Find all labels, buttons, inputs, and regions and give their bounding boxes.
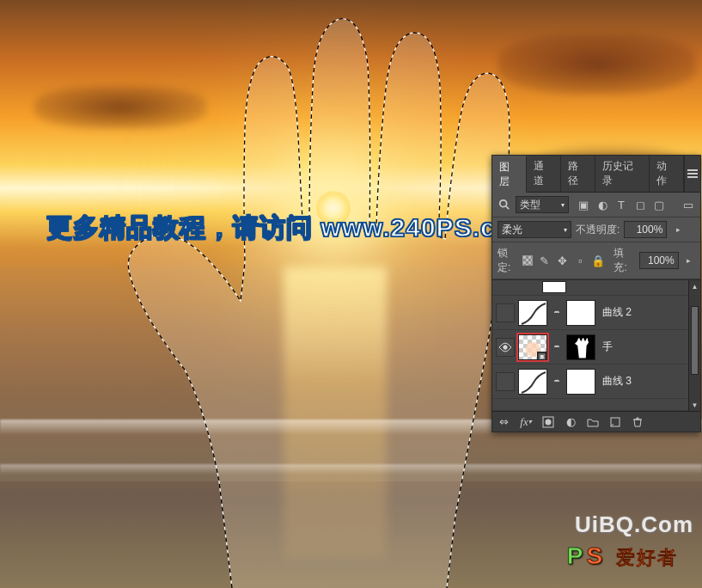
scrollbar[interactable]: ▲ ▼ xyxy=(688,280,700,411)
layer-name[interactable]: 手 xyxy=(602,340,697,354)
opacity-value: 100% xyxy=(637,224,663,236)
visibility-toggle[interactable] xyxy=(496,372,515,391)
fill-value: 100% xyxy=(648,254,675,266)
watermark-uibq: UiBQ.Com xyxy=(575,511,693,538)
chevron-down-icon: ▾ xyxy=(564,226,567,234)
sun xyxy=(316,191,351,225)
visibility-toggle[interactable] xyxy=(496,303,515,322)
fill-label: 填充: xyxy=(613,246,634,275)
filter-type-select[interactable]: 类型 ▾ xyxy=(516,196,569,213)
layer-name[interactable]: 曲线 3 xyxy=(602,374,697,389)
scroll-down-icon[interactable]: ▼ xyxy=(689,399,700,411)
new-adjustment-icon[interactable]: ◐ xyxy=(563,414,578,430)
link-icon xyxy=(551,341,563,353)
filter-type-label: 类型 xyxy=(520,198,540,212)
layer-row[interactable]: 曲线 3 xyxy=(492,364,700,399)
layer-row-partial[interactable] xyxy=(492,399,700,411)
fx-icon[interactable]: fx▾ xyxy=(518,414,534,430)
opacity-input[interactable]: 100% xyxy=(624,221,667,238)
layer-row[interactable]: 曲线 2 xyxy=(492,296,700,330)
filter-toggle-switch[interactable]: ▭ xyxy=(681,198,695,211)
scroll-thumb[interactable] xyxy=(691,306,699,375)
lock-all-icon[interactable]: 🔒 xyxy=(591,254,605,267)
tab-paths[interactable]: 路径 xyxy=(561,156,595,192)
adjustment-thumbnail[interactable] xyxy=(518,300,547,326)
new-layer-icon[interactable] xyxy=(607,414,623,430)
layer-row-partial[interactable] xyxy=(492,280,700,296)
panel-menu-button[interactable] xyxy=(684,156,700,192)
blend-mode-select[interactable]: 柔光 ▾ xyxy=(498,221,571,238)
link-layers-icon[interactable]: ⇔ xyxy=(496,414,511,430)
chevron-down-icon[interactable]: ▸ xyxy=(671,223,685,236)
chevron-down-icon: ▾ xyxy=(561,201,565,209)
filter-shape-icon[interactable]: ◻ xyxy=(633,198,647,211)
delete-layer-icon[interactable] xyxy=(630,414,645,430)
layer-filter-row: 类型 ▾ ▣ ◐ T ◻ ▢ ▭ xyxy=(492,193,700,217)
lock-transparency-icon[interactable] xyxy=(522,255,533,266)
panel-footer: ⇔ fx▾ ◐ xyxy=(492,411,700,432)
tab-channels[interactable]: 通道 xyxy=(527,156,561,192)
lock-label: 锁定: xyxy=(498,246,518,275)
tab-layers[interactable]: 图层 xyxy=(492,156,527,193)
layer-name[interactable]: 曲线 2 xyxy=(602,305,697,320)
eye-icon xyxy=(498,342,512,352)
cloud xyxy=(34,86,206,129)
wave-foam xyxy=(0,464,702,475)
scroll-up-icon[interactable]: ▲ xyxy=(689,280,700,292)
layer-thumbnail xyxy=(542,281,566,293)
mask-thumbnail[interactable] xyxy=(566,369,595,395)
opacity-label: 不透明度: xyxy=(576,223,620,237)
layer-row[interactable]: ▣ 手 xyxy=(492,330,700,364)
adjustment-thumbnail[interactable] xyxy=(518,369,547,395)
blend-opacity-row: 柔光 ▾ 不透明度: 100% ▸ xyxy=(492,217,700,242)
panel-tabbar: 图层 通道 路径 历史记录 动作 xyxy=(492,156,700,193)
layer-thumbnail[interactable]: ▣ xyxy=(518,334,547,360)
filter-type-icon[interactable]: T xyxy=(614,198,628,211)
watermark-main: 更多精品教程，请访问 www.240PS.com xyxy=(46,211,536,246)
filter-smart-icon[interactable]: ▢ xyxy=(652,198,666,211)
link-icon xyxy=(551,376,563,388)
filter-adjustment-icon[interactable]: ◐ xyxy=(595,198,609,211)
blend-mode-value: 柔光 xyxy=(502,223,522,237)
search-icon[interactable] xyxy=(498,198,511,211)
layers-list: ▲ ▼ 曲线 2 ▣ xyxy=(492,279,700,411)
svg-point-4 xyxy=(546,419,552,425)
add-mask-icon[interactable] xyxy=(540,414,556,430)
smart-object-badge-icon: ▣ xyxy=(537,352,547,360)
lock-pixels-icon[interactable]: ✎ xyxy=(537,254,551,267)
lock-artboard-icon[interactable]: ▫ xyxy=(573,254,587,267)
menu-icon xyxy=(687,169,698,178)
visibility-toggle[interactable] xyxy=(496,338,515,357)
lock-position-icon[interactable]: ✥ xyxy=(555,254,569,267)
chevron-down-icon[interactable]: ▸ xyxy=(683,254,695,267)
mask-thumbnail[interactable] xyxy=(566,300,595,326)
svg-point-0 xyxy=(500,200,507,207)
cloud xyxy=(498,34,696,95)
layers-panel: 图层 通道 路径 历史记录 动作 类型 ▾ ▣ ◐ T ◻ ▢ ▭ 柔光 xyxy=(491,155,701,432)
lock-fill-row: 锁定: ✎ ✥ ▫ 🔒 填充: 100% ▸ xyxy=(492,242,700,279)
tab-actions[interactable]: 动作 xyxy=(650,156,684,192)
svg-point-2 xyxy=(504,345,507,348)
mask-thumbnail[interactable] xyxy=(566,334,595,360)
tab-history[interactable]: 历史记录 xyxy=(595,156,650,192)
link-icon xyxy=(551,307,563,319)
svg-line-1 xyxy=(506,206,510,210)
fill-input[interactable]: 100% xyxy=(639,252,679,269)
new-group-icon[interactable] xyxy=(585,414,601,430)
filter-pixel-icon[interactable]: ▣ xyxy=(577,198,590,211)
watermark-ps: PS 爱好者 xyxy=(567,542,678,571)
